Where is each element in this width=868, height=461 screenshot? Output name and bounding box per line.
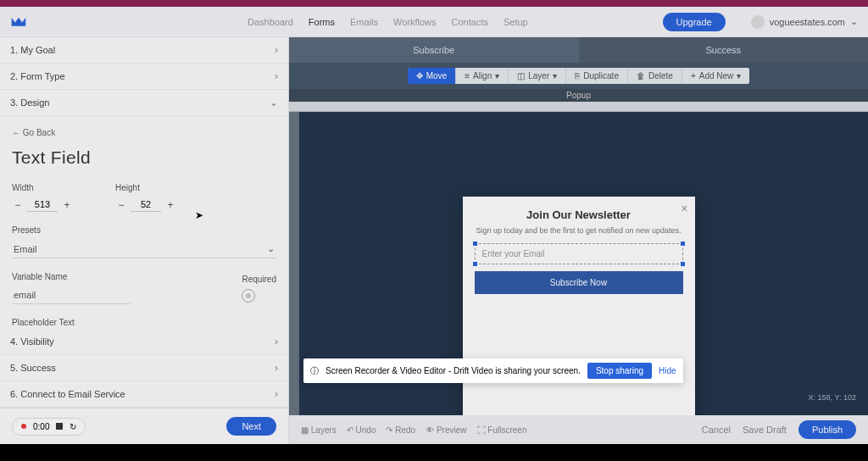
stop-icon[interactable]	[56, 423, 63, 430]
width-increment[interactable]: +	[61, 199, 73, 211]
chevron-right-icon: ›	[275, 336, 278, 347]
tab-success[interactable]: Success	[579, 37, 869, 63]
publish-button[interactable]: Publish	[798, 420, 856, 439]
step-form-type[interactable]: 2. Form Type›	[0, 64, 288, 90]
height-label: Height	[115, 183, 176, 192]
trash-icon: 🗑	[637, 71, 645, 81]
nav-forms[interactable]: Forms	[309, 17, 335, 27]
tool-layer[interactable]: ◫Layer ▾	[509, 68, 566, 84]
popup-title[interactable]: Join Our Newsletter	[475, 208, 683, 221]
stop-sharing-button[interactable]: Stop sharing	[587, 363, 652, 379]
height-decrement[interactable]: −	[115, 199, 127, 211]
required-toggle[interactable]	[242, 289, 255, 303]
align-icon: ≡	[465, 71, 470, 81]
chevron-right-icon: ›	[275, 388, 278, 400]
nav-contacts[interactable]: Contacts	[452, 17, 488, 27]
move-icon: ✥	[416, 71, 423, 81]
next-button[interactable]: Next	[226, 417, 276, 436]
presets-label: Presets	[12, 225, 276, 235]
main-nav: Dashboard Forms Emails Workflows Contact…	[248, 17, 528, 27]
avatar	[751, 15, 765, 29]
top-header: Dashboard Forms Emails Workflows Contact…	[0, 7, 868, 37]
upgrade-button[interactable]: Upgrade	[663, 13, 726, 31]
variable-input[interactable]	[12, 286, 131, 304]
cancel-button[interactable]: Cancel	[702, 425, 731, 435]
duplicate-icon: ⎘	[575, 71, 580, 81]
redo-button[interactable]: ↷ Redo	[386, 425, 415, 435]
record-icon	[21, 424, 26, 429]
chevron-right-icon: ›	[275, 70, 278, 82]
nav-emails[interactable]: Emails	[350, 17, 378, 27]
step-visibility[interactable]: 4. Visibility›	[0, 329, 288, 355]
tool-duplicate[interactable]: ⎘Duplicate	[566, 68, 628, 84]
close-icon[interactable]: ×	[681, 202, 687, 215]
chevron-right-icon: ›	[275, 44, 278, 56]
popup-subtitle[interactable]: Sign up today and be the first to get no…	[475, 226, 683, 235]
tool-add-new[interactable]: +Add New ▾	[682, 68, 749, 84]
bottom-black-bar	[0, 444, 868, 461]
info-icon: ⓘ	[310, 365, 319, 377]
recording-bar[interactable]: 0:00 ↻	[12, 418, 86, 436]
tab-subscribe[interactable]: Subscribe	[289, 37, 579, 63]
preview-tabs: Subscribe Success	[289, 37, 868, 63]
step-success[interactable]: 5. Success›	[0, 355, 288, 381]
presets-select[interactable]: Email ⌄	[12, 240, 276, 258]
placeholder-label: Placeholder Text	[12, 318, 276, 327]
layer-icon: ◫	[517, 71, 525, 81]
variable-label: Variable Name	[12, 272, 131, 281]
chevron-right-icon: ›	[275, 362, 278, 374]
canvas-footer: ▦ Layers ↶ Undo ↷ Redo 👁 Preview ⛶ Fulls…	[289, 415, 868, 444]
rec-time: 0:00	[33, 422, 49, 431]
popup-subscribe-button[interactable]: Subscribe Now	[475, 271, 683, 294]
left-panel: 1. My Goal› 2. Form Type› 3. Design⌄ ← G…	[0, 37, 289, 444]
share-text: Screen Recorder & Video Editor - Drift V…	[326, 366, 581, 375]
popup-label: Popup	[289, 89, 868, 102]
nav-setup[interactable]: Setup	[504, 17, 528, 27]
step-connect[interactable]: 6. Connect to Email Service›	[0, 381, 288, 408]
width-decrement[interactable]: −	[12, 199, 24, 211]
promo-bar	[0, 0, 868, 7]
cursor: ➤	[195, 209, 203, 221]
ruler-horizontal	[289, 102, 868, 112]
newsletter-popup[interactable]: × Join Our Newsletter Sign up today and …	[463, 197, 695, 444]
tool-move[interactable]: ✥Move	[408, 68, 456, 84]
undo-button[interactable]: ↶ Undo	[347, 425, 376, 435]
fullscreen-button[interactable]: ⛶ Fullscreen	[477, 425, 527, 435]
tool-align[interactable]: ≡Align ▾	[456, 68, 509, 84]
width-label: Width	[12, 183, 73, 192]
go-back-link[interactable]: ← Go Back	[12, 125, 276, 141]
nav-dashboard[interactable]: Dashboard	[248, 17, 293, 27]
width-input[interactable]	[27, 197, 58, 212]
required-label: Required	[242, 275, 276, 284]
step-design[interactable]: 3. Design⌄	[0, 90, 288, 116]
logo-icon	[10, 16, 27, 28]
height-increment[interactable]: +	[164, 199, 176, 211]
canvas[interactable]: × Join Our Newsletter Sign up today and …	[289, 112, 868, 444]
plus-icon: +	[691, 71, 696, 81]
height-input[interactable]	[131, 197, 161, 212]
site-dropdown[interactable]: vogueestates.com ⌄	[751, 15, 858, 29]
layers-button[interactable]: ▦ Layers	[301, 425, 337, 435]
hide-button[interactable]: Hide	[659, 366, 676, 375]
coordinates-display: X: 158, Y: 102	[809, 393, 856, 402]
screen-share-notification: ⓘ Screen Recorder & Video Editor - Drift…	[303, 358, 683, 383]
nav-workflows[interactable]: Workflows	[393, 17, 437, 27]
section-title: Text Field	[12, 147, 276, 168]
save-draft-button[interactable]: Save Draft	[743, 425, 787, 435]
preview-button[interactable]: 👁 Preview	[426, 425, 466, 435]
refresh-icon[interactable]: ↻	[70, 422, 76, 431]
popup-email-field[interactable]: Enter your Email	[475, 243, 683, 264]
design-panel: ← Go Back Text Field Width − + Height	[0, 116, 288, 329]
tool-delete[interactable]: 🗑Delete	[628, 68, 682, 84]
chevron-down-icon: ⌄	[850, 16, 858, 27]
chevron-down-icon: ⌄	[270, 97, 278, 108]
chevron-down-icon: ⌄	[267, 243, 275, 254]
right-panel: Subscribe Success ✥Move ≡Align ▾ ◫Layer …	[289, 37, 868, 444]
step-goal[interactable]: 1. My Goal›	[0, 37, 288, 64]
editor-toolbar: ✥Move ≡Align ▾ ◫Layer ▾ ⎘Duplicate 🗑Dele…	[289, 63, 868, 89]
